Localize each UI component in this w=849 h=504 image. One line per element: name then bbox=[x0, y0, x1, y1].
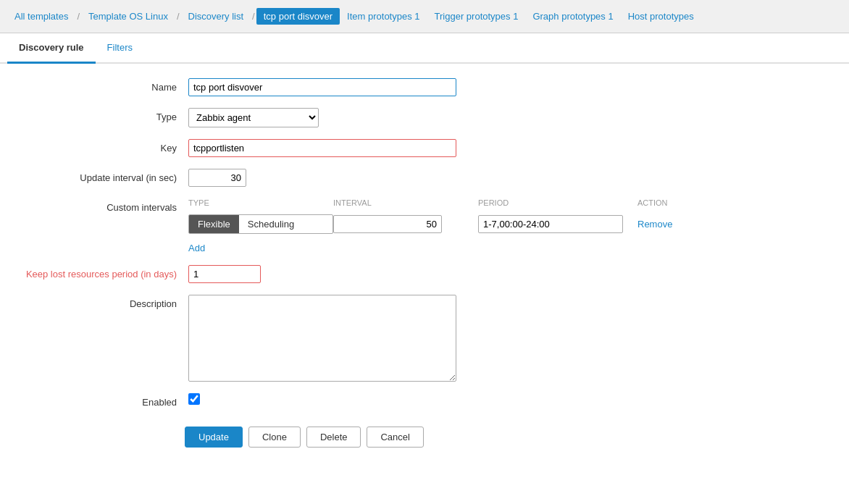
type-label: Type bbox=[14, 108, 188, 122]
update-button[interactable]: Update bbox=[185, 427, 243, 448]
ci-period-input[interactable] bbox=[478, 215, 623, 233]
cancel-button[interactable]: Cancel bbox=[367, 427, 423, 448]
scheduling-button[interactable]: Scheduling bbox=[239, 215, 303, 233]
nav-all-templates[interactable]: All templates bbox=[7, 8, 75, 25]
custom-intervals-wrapper: TYPE INTERVAL PERIOD ACTION Flexible Sch… bbox=[188, 198, 695, 253]
update-interval-label: Update interval (in sec) bbox=[14, 169, 188, 183]
ci-period-cell bbox=[478, 215, 637, 233]
sep1: / bbox=[75, 11, 81, 22]
ci-data-row: Flexible Scheduling Remove bbox=[188, 214, 695, 234]
nav-trigger-prototypes[interactable]: Trigger prototypes 1 bbox=[427, 8, 526, 25]
custom-intervals-row: Custom intervals TYPE INTERVAL PERIOD AC… bbox=[0, 198, 849, 253]
ci-interval-input[interactable] bbox=[333, 215, 442, 233]
buttons-row: Update Clone Delete Cancel bbox=[0, 419, 849, 455]
remove-link[interactable]: Remove bbox=[637, 219, 672, 230]
add-link[interactable]: Add bbox=[188, 243, 205, 253]
tab-filters[interactable]: Filters bbox=[96, 33, 144, 64]
key-input[interactable] bbox=[188, 139, 456, 157]
ci-action-cell: Remove bbox=[637, 219, 695, 230]
ci-interval-cell bbox=[333, 215, 478, 233]
nav-discovery-list[interactable]: Discovery list bbox=[181, 8, 251, 25]
ci-type-cell: Flexible Scheduling bbox=[188, 214, 333, 234]
name-label: Name bbox=[14, 78, 188, 93]
sep3: / bbox=[251, 11, 256, 22]
tab-bar: Discovery rule Filters bbox=[0, 33, 849, 64]
type-btn-group: Flexible Scheduling bbox=[188, 214, 333, 234]
description-row: Description bbox=[0, 295, 849, 382]
keep-lost-row: Keep lost resources period (in days) bbox=[0, 265, 849, 283]
nav-item-prototypes[interactable]: Item prototypes 1 bbox=[340, 8, 427, 25]
name-row: Name bbox=[0, 78, 849, 96]
name-input[interactable] bbox=[188, 78, 456, 96]
ci-period-header: PERIOD bbox=[478, 198, 637, 207]
type-select[interactable]: Zabbix agent Zabbix agent (active) Simpl… bbox=[188, 108, 319, 127]
update-interval-input[interactable] bbox=[188, 169, 246, 187]
nav-host-prototypes[interactable]: Host prototypes bbox=[621, 8, 701, 25]
ci-action-header: ACTION bbox=[637, 198, 695, 207]
enabled-checkbox[interactable] bbox=[188, 393, 200, 405]
keep-lost-label: Keep lost resources period (in days) bbox=[14, 265, 188, 280]
enabled-row: Enabled bbox=[0, 393, 849, 408]
description-label: Description bbox=[14, 295, 188, 309]
add-row: Add bbox=[188, 243, 695, 253]
ci-type-header: TYPE bbox=[188, 198, 333, 207]
enabled-label: Enabled bbox=[14, 393, 188, 408]
ci-interval-header: INTERVAL bbox=[333, 198, 478, 207]
key-row: Key bbox=[0, 139, 849, 157]
update-interval-row: Update interval (in sec) bbox=[0, 169, 849, 187]
ci-header: TYPE INTERVAL PERIOD ACTION bbox=[188, 198, 695, 210]
delete-button[interactable]: Delete bbox=[306, 427, 361, 448]
flexible-button[interactable]: Flexible bbox=[189, 215, 239, 233]
type-row: Type Zabbix agent Zabbix agent (active) … bbox=[0, 108, 849, 127]
sep2: / bbox=[175, 11, 181, 22]
nav-graph-prototypes[interactable]: Graph prototypes 1 bbox=[525, 8, 620, 25]
keep-lost-input[interactable] bbox=[188, 265, 261, 283]
tab-discovery-rule[interactable]: Discovery rule bbox=[7, 33, 96, 64]
key-label: Key bbox=[14, 139, 188, 154]
clone-button[interactable]: Clone bbox=[248, 427, 301, 448]
nav-active-item: tcp port disvover bbox=[256, 8, 340, 25]
top-nav: All templates / Template OS Linux / Disc… bbox=[0, 0, 849, 33]
form-area: Name Type Zabbix agent Zabbix agent (act… bbox=[0, 64, 849, 469]
nav-template-os-linux[interactable]: Template OS Linux bbox=[81, 8, 175, 25]
description-textarea[interactable] bbox=[188, 295, 456, 382]
custom-intervals-label: Custom intervals bbox=[14, 198, 188, 213]
